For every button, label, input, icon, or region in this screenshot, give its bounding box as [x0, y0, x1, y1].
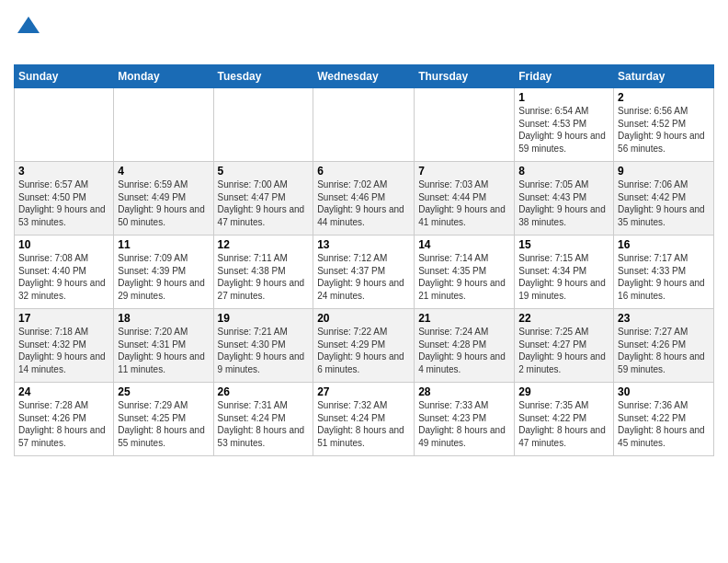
calendar-cell: 8Sunrise: 7:05 AM Sunset: 4:43 PM Daylig… — [515, 162, 614, 236]
day-info: Sunrise: 7:06 AM Sunset: 4:42 PM Dayligh… — [618, 178, 710, 228]
calendar-week-5: 24Sunrise: 7:28 AM Sunset: 4:26 PM Dayli… — [15, 383, 714, 456]
header — [14, 9, 714, 59]
logo — [14, 13, 41, 59]
calendar-cell: 19Sunrise: 7:21 AM Sunset: 4:30 PM Dayli… — [213, 309, 313, 383]
calendar-cell: 12Sunrise: 7:11 AM Sunset: 4:38 PM Dayli… — [213, 236, 313, 309]
day-number: 24 — [18, 385, 109, 398]
calendar-cell: 21Sunrise: 7:24 AM Sunset: 4:28 PM Dayli… — [415, 309, 515, 383]
day-info: Sunrise: 7:20 AM Sunset: 4:31 PM Dayligh… — [118, 326, 209, 375]
calendar-cell: 1Sunrise: 6:54 AM Sunset: 4:53 PM Daylig… — [515, 88, 614, 162]
day-info: Sunrise: 7:09 AM Sunset: 4:39 PM Dayligh… — [118, 252, 209, 302]
calendar-cell: 14Sunrise: 7:14 AM Sunset: 4:35 PM Dayli… — [415, 236, 515, 309]
calendar-cell: 15Sunrise: 7:15 AM Sunset: 4:34 PM Dayli… — [515, 236, 614, 309]
calendar-cell: 6Sunrise: 7:02 AM Sunset: 4:46 PM Daylig… — [313, 162, 415, 236]
calendar-cell: 18Sunrise: 7:20 AM Sunset: 4:31 PM Dayli… — [114, 309, 213, 383]
day-info: Sunrise: 7:11 AM Sunset: 4:38 PM Dayligh… — [218, 252, 310, 302]
day-number: 7 — [418, 165, 510, 178]
calendar-header-row: SundayMondayTuesdayWednesdayThursdayFrid… — [15, 65, 714, 88]
calendar-cell: 13Sunrise: 7:12 AM Sunset: 4:37 PM Dayli… — [313, 236, 415, 309]
day-info: Sunrise: 7:15 AM Sunset: 4:34 PM Dayligh… — [518, 252, 609, 302]
day-info: Sunrise: 7:02 AM Sunset: 4:46 PM Dayligh… — [317, 178, 410, 228]
day-number: 2 — [618, 91, 710, 104]
day-info: Sunrise: 7:12 AM Sunset: 4:37 PM Dayligh… — [317, 252, 410, 302]
day-number: 13 — [317, 238, 410, 251]
page-container: SundayMondayTuesdayWednesdayThursdayFrid… — [0, 0, 728, 461]
day-info: Sunrise: 6:56 AM Sunset: 4:52 PM Dayligh… — [618, 105, 710, 155]
day-info: Sunrise: 7:17 AM Sunset: 4:33 PM Dayligh… — [618, 252, 710, 302]
day-info: Sunrise: 7:08 AM Sunset: 4:40 PM Dayligh… — [18, 252, 109, 302]
day-number: 27 — [317, 385, 410, 398]
day-number: 10 — [18, 238, 109, 251]
day-info: Sunrise: 7:22 AM Sunset: 4:29 PM Dayligh… — [317, 326, 410, 375]
calendar-cell: 11Sunrise: 7:09 AM Sunset: 4:39 PM Dayli… — [114, 236, 213, 309]
day-info: Sunrise: 7:05 AM Sunset: 4:43 PM Dayligh… — [518, 178, 609, 228]
day-number: 15 — [518, 238, 609, 251]
day-info: Sunrise: 7:28 AM Sunset: 4:26 PM Dayligh… — [18, 399, 109, 449]
day-number: 12 — [218, 238, 310, 251]
calendar-cell: 26Sunrise: 7:31 AM Sunset: 4:24 PM Dayli… — [213, 383, 313, 456]
day-info: Sunrise: 7:21 AM Sunset: 4:30 PM Dayligh… — [218, 326, 310, 375]
day-number: 19 — [218, 312, 310, 325]
calendar-cell: 5Sunrise: 7:00 AM Sunset: 4:47 PM Daylig… — [213, 162, 313, 236]
day-number: 29 — [518, 385, 609, 398]
day-info: Sunrise: 7:27 AM Sunset: 4:26 PM Dayligh… — [618, 326, 710, 375]
day-number: 16 — [618, 238, 710, 251]
day-info: Sunrise: 6:57 AM Sunset: 4:50 PM Dayligh… — [18, 178, 109, 228]
calendar-week-4: 17Sunrise: 7:18 AM Sunset: 4:32 PM Dayli… — [15, 309, 714, 383]
day-info: Sunrise: 7:31 AM Sunset: 4:24 PM Dayligh… — [218, 399, 310, 449]
calendar-cell: 7Sunrise: 7:03 AM Sunset: 4:44 PM Daylig… — [415, 162, 515, 236]
day-info: Sunrise: 7:24 AM Sunset: 4:28 PM Dayligh… — [418, 326, 510, 375]
day-number: 11 — [118, 238, 209, 251]
day-number: 4 — [118, 165, 209, 178]
calendar-cell: 2Sunrise: 6:56 AM Sunset: 4:52 PM Daylig… — [614, 88, 714, 162]
calendar-table: SundayMondayTuesdayWednesdayThursdayFrid… — [14, 64, 714, 456]
calendar-cell: 30Sunrise: 7:36 AM Sunset: 4:22 PM Dayli… — [614, 383, 714, 456]
calendar-cell: 29Sunrise: 7:35 AM Sunset: 4:22 PM Dayli… — [515, 383, 614, 456]
weekday-header-wednesday: Wednesday — [313, 65, 415, 88]
calendar-cell — [415, 88, 515, 162]
day-info: Sunrise: 7:32 AM Sunset: 4:24 PM Dayligh… — [317, 399, 410, 449]
calendar-cell: 17Sunrise: 7:18 AM Sunset: 4:32 PM Dayli… — [15, 309, 114, 383]
calendar-cell — [15, 88, 114, 162]
day-number: 25 — [118, 385, 209, 398]
day-info: Sunrise: 7:35 AM Sunset: 4:22 PM Dayligh… — [518, 399, 609, 449]
weekday-header-sunday: Sunday — [15, 65, 114, 88]
calendar-cell: 22Sunrise: 7:25 AM Sunset: 4:27 PM Dayli… — [515, 309, 614, 383]
day-number: 17 — [18, 312, 109, 325]
weekday-header-tuesday: Tuesday — [213, 65, 313, 88]
day-info: Sunrise: 7:00 AM Sunset: 4:47 PM Dayligh… — [218, 178, 310, 228]
calendar-cell: 24Sunrise: 7:28 AM Sunset: 4:26 PM Dayli… — [15, 383, 114, 456]
calendar-cell: 3Sunrise: 6:57 AM Sunset: 4:50 PM Daylig… — [15, 162, 114, 236]
weekday-header-thursday: Thursday — [415, 65, 515, 88]
day-number: 28 — [418, 385, 510, 398]
day-number: 22 — [518, 312, 609, 325]
day-number: 9 — [618, 165, 710, 178]
day-number: 20 — [317, 312, 410, 325]
day-info: Sunrise: 6:59 AM Sunset: 4:49 PM Dayligh… — [118, 178, 209, 228]
day-number: 18 — [118, 312, 209, 325]
calendar-cell: 9Sunrise: 7:06 AM Sunset: 4:42 PM Daylig… — [614, 162, 714, 236]
calendar-cell: 28Sunrise: 7:33 AM Sunset: 4:23 PM Dayli… — [415, 383, 515, 456]
day-number: 1 — [518, 91, 609, 104]
calendar-week-1: 1Sunrise: 6:54 AM Sunset: 4:53 PM Daylig… — [15, 88, 714, 162]
svg-marker-0 — [17, 17, 40, 33]
day-number: 14 — [418, 238, 510, 251]
day-number: 3 — [18, 165, 109, 178]
weekday-header-friday: Friday — [515, 65, 614, 88]
day-number: 8 — [518, 165, 609, 178]
calendar-cell: 10Sunrise: 7:08 AM Sunset: 4:40 PM Dayli… — [15, 236, 114, 309]
day-info: Sunrise: 7:33 AM Sunset: 4:23 PM Dayligh… — [418, 399, 510, 449]
day-info: Sunrise: 7:25 AM Sunset: 4:27 PM Dayligh… — [518, 326, 609, 375]
calendar-cell — [114, 88, 213, 162]
day-info: Sunrise: 7:03 AM Sunset: 4:44 PM Dayligh… — [418, 178, 510, 228]
calendar-cell: 25Sunrise: 7:29 AM Sunset: 4:25 PM Dayli… — [114, 383, 213, 456]
day-number: 21 — [418, 312, 510, 325]
day-info: Sunrise: 7:36 AM Sunset: 4:22 PM Dayligh… — [618, 399, 710, 449]
day-info: Sunrise: 7:14 AM Sunset: 4:35 PM Dayligh… — [418, 252, 510, 302]
day-info: Sunrise: 6:54 AM Sunset: 4:53 PM Dayligh… — [518, 105, 609, 155]
weekday-header-monday: Monday — [114, 65, 213, 88]
calendar-cell — [213, 88, 313, 162]
calendar-cell: 4Sunrise: 6:59 AM Sunset: 4:49 PM Daylig… — [114, 162, 213, 236]
day-number: 23 — [618, 312, 710, 325]
day-info: Sunrise: 7:29 AM Sunset: 4:25 PM Dayligh… — [118, 399, 209, 449]
